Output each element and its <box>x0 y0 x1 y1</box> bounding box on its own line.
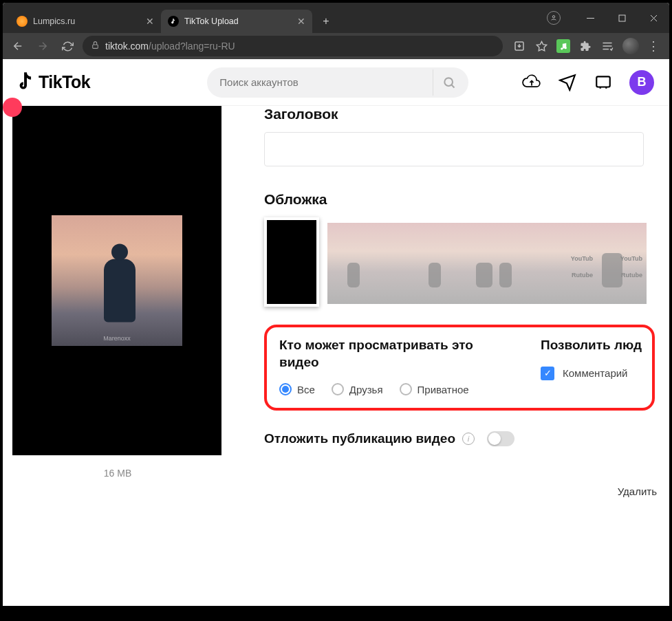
preview-frame-image: Marenoxx <box>52 215 182 346</box>
title-section-label: Заголовок <box>264 106 669 122</box>
lock-icon <box>91 41 100 52</box>
account-badge-icon[interactable] <box>547 11 561 25</box>
upload-container: Marenoxx 16 MB Заголовок Обложка YouTubR… <box>3 106 669 618</box>
upload-progress-badge <box>3 98 22 117</box>
covers-row: YouTubRutube YouTubRutube <box>264 217 669 307</box>
page-content: TikTok В Mareno <box>3 59 669 618</box>
tab-tiktok-upload[interactable]: TikTok Upload ✕ <box>161 10 312 33</box>
radio-icon <box>400 383 412 395</box>
url-text: tiktok.com/upload?lang=ru-RU <box>105 41 235 52</box>
bookmark-star-icon[interactable] <box>534 39 548 53</box>
schedule-row: Отложить публикацию видео i <box>264 431 669 446</box>
site-header: TikTok В <box>3 59 669 106</box>
window-controls <box>547 3 669 33</box>
tab-close-icon[interactable]: ✕ <box>146 16 154 27</box>
new-tab-button[interactable]: + <box>316 12 336 31</box>
messages-icon[interactable] <box>558 73 577 92</box>
radio-private[interactable]: Приватное <box>400 383 469 395</box>
extensions-puzzle-icon[interactable] <box>578 39 592 53</box>
svg-rect-7 <box>596 76 610 87</box>
search-box[interactable] <box>207 67 468 98</box>
close-button[interactable] <box>638 3 669 33</box>
kebab-menu-icon[interactable]: ⋮ <box>647 39 660 54</box>
url-input[interactable]: tiktok.com/upload?lang=ru-RU <box>83 36 503 56</box>
allow-section: Позволить люд ✓ Комментарий <box>541 337 642 395</box>
visibility-title: Кто может просматривать это видео <box>279 337 506 371</box>
checkbox-label: Комментарий <box>563 367 627 379</box>
install-icon[interactable] <box>512 39 526 53</box>
visibility-options: Все Друзья Приватное <box>279 383 506 395</box>
radio-label: Все <box>297 384 315 395</box>
window-titlebar: Lumpics.ru ✕ TikTok Upload ✕ + <box>3 3 669 33</box>
avatar-initial: В <box>638 75 647 89</box>
browser-tabs: Lumpics.ru ✕ TikTok Upload ✕ + <box>3 3 336 33</box>
schedule-toggle[interactable] <box>487 431 514 446</box>
minimize-button[interactable] <box>574 3 606 33</box>
brand-text: TikTok <box>39 72 90 92</box>
inbox-icon[interactable] <box>594 73 613 92</box>
bottom-bar <box>3 606 669 618</box>
checkbox-checked-icon: ✓ <box>541 367 554 380</box>
title-input[interactable] <box>264 132 644 166</box>
radio-label: Приватное <box>418 384 469 395</box>
svg-rect-1 <box>619 15 625 21</box>
tab-lumpics[interactable]: Lumpics.ru ✕ <box>10 10 161 33</box>
form-column: Заголовок Обложка YouTubRutube YouTubRut… <box>223 106 669 618</box>
watermark-label: YouTub <box>620 255 642 262</box>
cover-thumb[interactable]: YouTubRutube <box>597 223 647 304</box>
cover-thumb[interactable] <box>395 223 462 304</box>
music-extension-icon[interactable] <box>556 39 570 53</box>
visibility-highlight: Кто может просматривать это видео Все Др… <box>264 325 655 411</box>
info-icon[interactable]: i <box>462 433 475 445</box>
schedule-label: Отложить публикацию видео <box>264 431 455 446</box>
search-button[interactable] <box>433 69 464 96</box>
url-host: tiktok.com <box>105 41 149 52</box>
video-preview[interactable]: Marenoxx <box>12 106 221 455</box>
back-button[interactable] <box>8 36 28 56</box>
svg-point-4 <box>561 47 563 50</box>
cover-thumb-selected[interactable] <box>264 217 319 307</box>
favicon-lumpics <box>17 16 28 27</box>
watermark-label: YouTub <box>571 255 593 262</box>
radio-icon <box>279 383 292 395</box>
maximize-button[interactable] <box>606 3 638 33</box>
favicon-tiktok <box>168 16 179 27</box>
reading-list-icon[interactable] <box>600 39 614 53</box>
url-path: /upload?lang=ru-RU <box>149 41 235 52</box>
tiktok-logo[interactable]: TikTok <box>18 72 90 93</box>
cover-section-label: Обложка <box>264 191 669 208</box>
delete-button[interactable]: Удалить <box>618 486 657 497</box>
upload-icon[interactable] <box>522 73 541 92</box>
watermark-label: Rutube <box>621 272 642 279</box>
profile-avatar-icon[interactable] <box>622 38 639 54</box>
svg-point-0 <box>552 16 554 18</box>
address-bar: tiktok.com/upload?lang=ru-RU ⋮ <box>3 33 669 59</box>
tab-close-icon[interactable]: ✕ <box>297 16 305 27</box>
svg-rect-2 <box>93 45 98 48</box>
comment-checkbox[interactable]: ✓ Комментарий <box>541 367 642 380</box>
radio-friends[interactable]: Друзья <box>332 383 383 395</box>
svg-point-6 <box>444 78 453 86</box>
visibility-section: Кто может просматривать это видео Все Др… <box>279 337 506 395</box>
file-size-label: 16 MB <box>12 468 223 479</box>
preview-watermark: Marenoxx <box>103 335 131 342</box>
radio-label: Друзья <box>349 384 383 395</box>
user-avatar[interactable]: В <box>629 70 654 95</box>
tab-title: TikTok Upload <box>184 17 292 26</box>
radio-icon <box>332 383 344 395</box>
extensions-area: ⋮ <box>508 38 664 54</box>
cover-thumb[interactable]: YouTubRutube <box>530 223 597 304</box>
tiktok-note-icon <box>18 72 36 93</box>
forward-button[interactable] <box>33 36 52 56</box>
cover-thumb[interactable] <box>327 223 395 304</box>
tab-title: Lumpics.ru <box>33 17 140 26</box>
cover-thumb[interactable] <box>462 223 530 304</box>
svg-point-5 <box>564 47 566 49</box>
search-input[interactable] <box>219 76 433 88</box>
reload-button[interactable] <box>58 36 77 56</box>
radio-all[interactable]: Все <box>279 383 315 395</box>
header-actions: В <box>522 70 654 95</box>
allow-title: Позволить люд <box>541 337 642 354</box>
watermark-label: Rutube <box>572 272 593 279</box>
preview-column: Marenoxx 16 MB <box>3 106 223 618</box>
